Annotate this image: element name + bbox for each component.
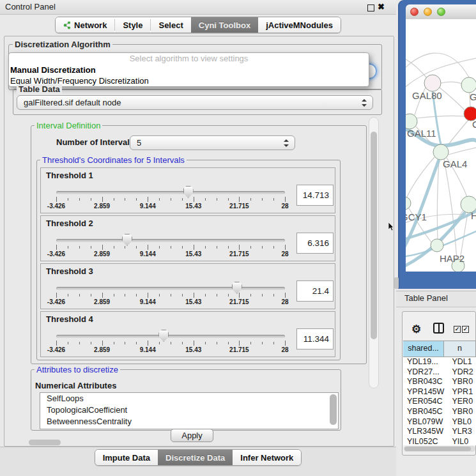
node-label: GAL80 <box>412 90 442 101</box>
tick-mark <box>136 342 137 344</box>
tick-label: 9.144 <box>140 346 156 353</box>
tick-mark <box>262 294 263 296</box>
tick-mark <box>217 198 217 201</box>
scrollbar-thumb[interactable] <box>371 132 377 339</box>
tick-mark <box>250 198 251 201</box>
tab-select[interactable]: Select <box>151 17 190 33</box>
network-node-ga[interactable] <box>461 77 476 93</box>
list-item[interactable]: SelfLoops <box>40 393 338 404</box>
tick-mark <box>148 293 148 298</box>
tick-label: 21.715 <box>229 346 249 353</box>
tick-mark <box>91 294 91 296</box>
threshold-value-field[interactable]: 21.4 <box>296 280 334 302</box>
slider-track[interactable] <box>56 191 285 194</box>
popup-option-equal-width[interactable]: Equal Width/Frequency Discretization <box>9 75 369 86</box>
table-row[interactable]: YBR043CYBR0 <box>403 377 476 387</box>
network-edge[interactable] <box>449 147 476 155</box>
network-edge[interactable] <box>440 88 464 110</box>
tab-discretize-data[interactable]: Discretize Data <box>158 450 233 465</box>
popup-option-manual[interactable]: Manual Discretization <box>9 65 369 75</box>
tab-style[interactable]: Style <box>115 17 150 33</box>
mouse-cursor <box>388 222 395 231</box>
tick-mark <box>205 294 206 296</box>
tick-mark <box>91 246 91 249</box>
table-row[interactable]: YIL052CYIL0 <box>403 437 476 445</box>
cell-name: YDR2 <box>452 367 476 378</box>
table-row[interactable]: YLR345WYLR3 <box>403 427 476 437</box>
network-window-titlebar[interactable] <box>406 4 476 20</box>
checkbox-icon[interactable]: ✓ <box>454 326 461 333</box>
float-window-icon[interactable] <box>367 4 374 12</box>
tab-jactivemnodules[interactable]: jActiveMNodules <box>258 17 341 33</box>
table-row[interactable]: YDL19...YDL1 <box>403 357 476 367</box>
cell-name: YER0 <box>452 397 476 407</box>
table-data-combobox[interactable]: galFiltered.sif default node <box>17 95 373 110</box>
table-horizontal-scrollbar[interactable] <box>404 446 475 452</box>
tab-cyni-toolbox[interactable]: Cyni Toolbox <box>191 17 258 33</box>
cell-shared-name: YPR145W <box>403 387 452 397</box>
close-traffic-light[interactable] <box>410 8 418 16</box>
column-header-name[interactable]: n <box>444 341 476 357</box>
scrollbar-thumb[interactable] <box>404 447 471 451</box>
interval-definition-label: Interval Definition <box>35 121 102 130</box>
tick-label: 15.43 <box>185 346 201 353</box>
tab-network[interactable]: Network <box>56 17 114 33</box>
list-scrollbar-thumb[interactable] <box>330 394 337 425</box>
tick-label: 15.43 <box>185 203 201 210</box>
tick-label: 28 <box>281 250 288 257</box>
network-node-gal4[interactable] <box>433 144 449 160</box>
network-node-gcy1[interactable] <box>406 197 411 210</box>
tick-mark <box>285 293 286 298</box>
tick-mark <box>273 342 274 344</box>
tick-mark <box>159 198 160 201</box>
tick-label: -3.426 <box>47 346 65 353</box>
checkbox-icon[interactable]: ✓ <box>462 326 469 333</box>
slider-track[interactable] <box>56 287 285 290</box>
minimize-traffic-light[interactable] <box>424 8 432 16</box>
cell-name: YBR0 <box>452 407 476 417</box>
tick-mark <box>68 294 68 296</box>
threshold-label: Threshold 4 <box>46 314 93 324</box>
table-row[interactable]: YBL079WYBL0 <box>403 417 476 427</box>
network-edge[interactable] <box>441 82 461 84</box>
columns-icon[interactable] <box>433 323 444 334</box>
tick-mark <box>148 341 148 346</box>
close-icon[interactable]: ✖ <box>378 2 385 12</box>
tick-mark <box>250 246 251 249</box>
network-node-gal80[interactable] <box>424 75 441 91</box>
tick-mark <box>136 294 137 296</box>
tick-label: 2.859 <box>94 250 110 257</box>
table-row[interactable]: YPR145WYPR1 <box>403 387 476 397</box>
zoom-traffic-light[interactable] <box>437 8 445 16</box>
tab-infer-network[interactable]: Infer Network <box>233 450 301 465</box>
network-node-gal11[interactable] <box>406 114 417 129</box>
threshold-value-field[interactable]: 6.316 <box>296 233 334 254</box>
threshold-value-field[interactable]: 11.344 <box>296 328 334 349</box>
number-of-intervals-combobox[interactable]: 5 <box>130 135 295 150</box>
tick-mark <box>56 293 57 298</box>
content-vertical-scrollbar[interactable] <box>369 117 379 388</box>
tick-mark <box>182 246 183 249</box>
column-header-shared-name[interactable]: shared... <box>403 341 444 357</box>
network-edge[interactable] <box>406 157 434 198</box>
network-edge[interactable] <box>417 116 464 118</box>
panel-divider-handle[interactable] <box>394 277 399 289</box>
tick-label: 15.43 <box>185 298 201 305</box>
panel-title: Control Panel <box>5 0 56 14</box>
network-node-hap2[interactable] <box>431 239 443 252</box>
content-horizontal-scrollbar-thumb[interactable] <box>29 440 61 445</box>
slider-track[interactable] <box>56 335 285 338</box>
threshold-panel: Threshold 2-3.4262.8599.14415.4321.71528… <box>40 215 335 261</box>
list-item[interactable]: BetweennessCentrality <box>40 416 338 427</box>
gear-icon[interactable]: ⚙ <box>411 323 421 336</box>
tab-impute-data[interactable]: Impute Data <box>95 450 158 465</box>
table-row[interactable]: YBR045CYBR0 <box>403 407 476 417</box>
network-canvas[interactable]: GAL80GAGAL11CGAL4GCY1HHAP2 <box>406 19 476 272</box>
list-item[interactable]: TopologicalCoefficient <box>40 404 338 416</box>
table-row[interactable]: YER054CYER0 <box>403 397 476 407</box>
table-row[interactable]: YDR27...YDR2 <box>403 367 476 378</box>
threshold-value-field[interactable]: 14.713 <box>296 185 334 206</box>
network-edge[interactable] <box>406 53 469 77</box>
slider-track[interactable] <box>56 239 285 242</box>
apply-button[interactable]: Apply <box>171 429 213 442</box>
